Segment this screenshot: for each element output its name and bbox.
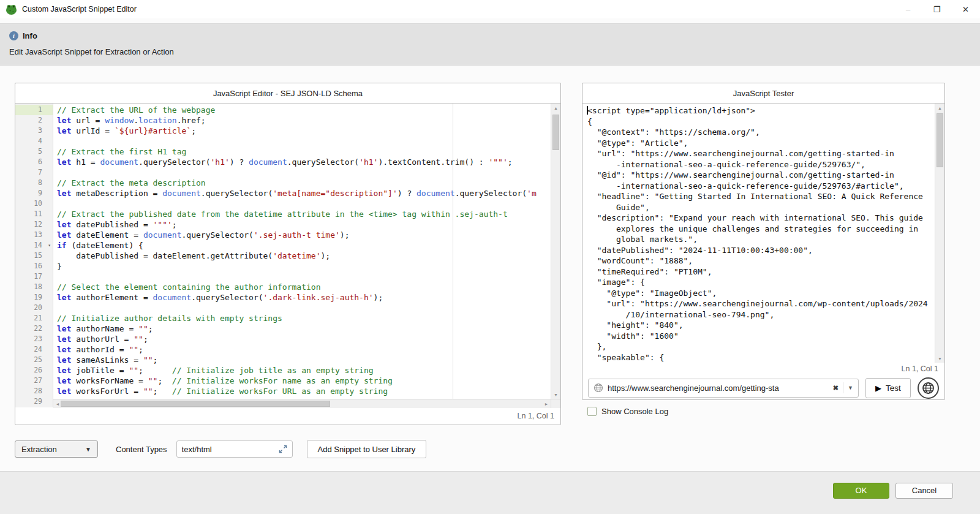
window-controls: – ❐ ✕ (894, 0, 980, 18)
editor-code-lines: // Extract the URL of the webpagelet url… (57, 105, 551, 399)
url-history-dropdown-icon[interactable]: ▼ (848, 385, 853, 391)
editor-status: Ln 1, Col 1 (15, 407, 560, 425)
tester-output-lines: <script type="application/ld+json">{ "@c… (587, 105, 935, 363)
add-snippet-button[interactable]: Add Snippet to User Library (307, 440, 427, 458)
snippet-type-select[interactable]: Extraction ▼ (15, 440, 98, 458)
test-button-label: Test (886, 384, 901, 393)
editor-gutter: 1234567891011121314▾15161718192021222324… (15, 104, 53, 407)
tester-output[interactable]: <script type="application/ld+json">{ "@c… (582, 104, 935, 363)
play-icon: ▶ (875, 384, 881, 393)
tester-vscroll-thumb[interactable] (937, 113, 943, 167)
info-heading: Info (23, 31, 37, 40)
url-globe-icon (594, 383, 603, 393)
tester-vertical-scrollbar[interactable]: ▲ ▼ (935, 104, 944, 363)
info-banner: i Info Edit JavaScript Snippet for Extra… (0, 23, 980, 66)
scroll-up-icon[interactable]: ▲ (551, 104, 560, 112)
test-button[interactable]: ▶ Test (865, 378, 911, 398)
tester-status: Ln 1, Col 1 (582, 363, 944, 375)
url-clear-icon[interactable]: ✖ (833, 384, 839, 392)
content-types-label: Content Types (116, 445, 167, 454)
editor-title: JavaScript Editor - SEJ JSON-LD Schema (15, 83, 560, 103)
editor-code-area[interactable]: // Extract the URL of the webpagelet url… (53, 104, 551, 399)
editor-vertical-scrollbar[interactable]: ▲ ▼ (551, 104, 560, 399)
app-logo-icon (6, 4, 17, 15)
tester-panel: JavaScript Tester <script type="applicat… (582, 83, 945, 400)
text-cursor (587, 106, 588, 115)
test-url-input[interactable] (608, 384, 829, 393)
close-button[interactable]: ✕ (951, 0, 980, 18)
open-in-browser-button[interactable] (918, 377, 939, 399)
show-console-checkbox[interactable] (587, 407, 597, 416)
content-types-field (176, 440, 293, 458)
editor-panel: JavaScript Editor - SEJ JSON-LD Schema 1… (15, 83, 561, 425)
scrollbar-corner (551, 399, 560, 408)
tester-scroll-down-icon[interactable]: ▼ (935, 354, 944, 363)
browser-globe-icon (922, 382, 935, 395)
dialog-button-bar: OK Cancel (0, 471, 980, 514)
info-icon: i (9, 31, 18, 40)
expand-icon[interactable] (279, 445, 287, 453)
info-message: Edit JavaScript Snippet for Extraction o… (9, 47, 971, 56)
window-title: Custom JavaScript Snippet Editor (22, 5, 137, 13)
tester-scroll-up-icon[interactable]: ▲ (935, 104, 944, 112)
test-url-field: ✖ ▼ (588, 379, 859, 398)
url-field-divider (843, 382, 843, 393)
maximize-button[interactable]: ❐ (922, 0, 951, 18)
content-types-input[interactable] (182, 445, 279, 454)
editor-vscroll-thumb[interactable] (552, 115, 559, 150)
show-console-label: Show Console Log (601, 407, 668, 416)
select-caret-icon: ▼ (85, 446, 91, 453)
editor-hscroll-thumb[interactable] (61, 401, 330, 407)
tester-title: JavaScript Tester (582, 83, 944, 103)
cancel-button[interactable]: Cancel (895, 483, 953, 499)
scroll-right-icon[interactable]: ► (542, 399, 551, 408)
window-titlebar: Custom JavaScript Snippet Editor – ❐ ✕ (0, 0, 980, 18)
footer-controls: Extraction ▼ Content Types Add Snippet t… (0, 425, 980, 458)
snippet-type-value: Extraction (21, 445, 57, 454)
ok-button[interactable]: OK (833, 483, 889, 499)
scroll-down-icon[interactable]: ▼ (551, 390, 560, 399)
show-console-row: Show Console Log (582, 407, 945, 416)
editor-horizontal-scrollbar[interactable]: ◄ ► (53, 399, 551, 408)
tester-column: JavaScript Tester <script type="applicat… (582, 83, 945, 416)
main-content: JavaScript Editor - SEJ JSON-LD Schema 1… (0, 66, 980, 425)
margin-guide-line (453, 104, 453, 399)
snippet-editor-window: Custom JavaScript Snippet Editor – ❐ ✕ i… (0, 0, 980, 458)
test-url-row: ✖ ▼ ▶ Test (582, 375, 944, 401)
minimize-button[interactable]: – (894, 0, 922, 18)
